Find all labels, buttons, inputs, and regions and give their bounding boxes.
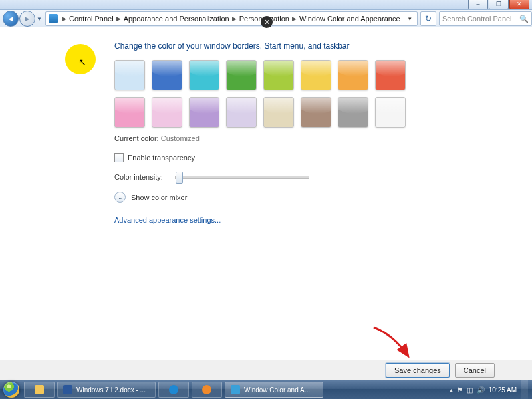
chevron-right-icon: ▶ <box>232 15 237 22</box>
taskbar-pin-wmp[interactable] <box>192 382 222 398</box>
ie-icon <box>169 385 178 394</box>
personalization-icon <box>231 385 240 394</box>
save-button[interactable]: Save changes <box>386 363 450 378</box>
mouse-cursor-icon: ↖ <box>78 57 86 67</box>
breadcrumb-item[interactable]: Appearance and Personalization <box>124 15 229 23</box>
intensity-slider[interactable] <box>175 176 309 179</box>
flag-icon[interactable]: ⚑ <box>457 386 463 394</box>
advanced-settings-link[interactable]: Advanced appearance settings... <box>114 216 532 224</box>
color-swatch[interactable] <box>338 97 368 128</box>
color-mixer-label: Show color mixer <box>131 194 187 201</box>
nav-history-dropdown[interactable]: ▼ <box>36 16 43 22</box>
taskbar-item-word[interactable]: Windows 7 L2.docx - ... <box>57 382 156 398</box>
taskbar-pin-ie[interactable] <box>158 382 189 398</box>
color-swatch[interactable] <box>263 60 294 90</box>
color-swatch[interactable] <box>301 60 331 90</box>
color-swatch[interactable] <box>226 97 257 128</box>
current-color-label: Current color: Customized <box>114 134 532 142</box>
content-area: Change the color of your window borders,… <box>0 27 532 360</box>
windows-orb-icon <box>3 382 19 398</box>
taskbar-item-label: Window Color and A... <box>244 386 310 394</box>
breadcrumb-item[interactable]: Control Panel <box>69 15 114 23</box>
tray-chevron-icon[interactable]: ▴ <box>450 386 453 394</box>
search-placeholder: Search Control Panel <box>442 15 512 23</box>
chevron-down-icon[interactable]: ⌄ <box>114 192 126 203</box>
network-icon[interactable]: ◫ <box>467 386 473 394</box>
color-swatch[interactable] <box>114 60 145 90</box>
taskbar: Windows 7 L2.docx - ... Window Color and… <box>0 380 532 399</box>
chevron-right-icon: ▶ <box>62 15 66 22</box>
refresh-button[interactable]: ↻ <box>420 11 436 26</box>
window-close-button[interactable]: ✕ <box>509 0 529 9</box>
color-swatch[interactable] <box>338 60 368 90</box>
nav-forward-button[interactable]: ► <box>19 11 35 27</box>
wmp-icon <box>202 385 211 394</box>
word-icon <box>63 385 72 394</box>
window-maximize-button[interactable]: ❐ <box>489 0 509 9</box>
control-panel-icon <box>49 14 58 23</box>
color-swatch-row <box>114 60 532 90</box>
volume-icon[interactable]: 🔊 <box>477 386 485 394</box>
breadcrumb-item[interactable]: Window Color and Appearance <box>299 15 400 23</box>
window-titlebar: – ❐ ✕ <box>0 0 532 10</box>
search-icon: 🔍 <box>519 15 529 23</box>
color-swatch[interactable] <box>301 97 331 128</box>
slider-thumb[interactable] <box>176 172 183 184</box>
color-swatch[interactable] <box>375 60 406 90</box>
color-swatch[interactable] <box>189 97 219 128</box>
taskbar-pin-explorer[interactable] <box>24 382 55 398</box>
current-color-value: Customized <box>161 134 200 142</box>
chevron-right-icon: ▶ <box>116 15 121 22</box>
window-minimize-button[interactable]: – <box>468 0 488 9</box>
color-swatch[interactable] <box>189 60 219 90</box>
taskbar-item-personalization[interactable]: Window Color and A... <box>225 382 323 398</box>
command-bar: Save changes Cancel <box>0 360 532 380</box>
transparency-label: Enable transparency <box>128 154 195 162</box>
folder-icon <box>35 385 44 394</box>
breadcrumb[interactable]: ▶ Control Panel ▶ Appearance and Persona… <box>45 11 418 26</box>
nav-back-button[interactable]: ◄ <box>3 11 19 27</box>
color-swatch[interactable] <box>226 60 257 90</box>
cancel-button[interactable]: Cancel <box>455 363 495 378</box>
intensity-label: Color intensity: <box>114 173 163 181</box>
taskbar-item-label: Windows 7 L2.docx - ... <box>76 386 146 394</box>
color-swatch[interactable] <box>152 97 182 128</box>
page-title: Change the color of your window borders,… <box>114 41 532 51</box>
color-swatch-row <box>114 97 532 128</box>
search-input[interactable]: Search Control Panel 🔍 <box>439 11 532 26</box>
color-swatch[interactable] <box>375 97 406 128</box>
color-swatch[interactable] <box>263 97 294 128</box>
clock[interactable]: 10:25 AM <box>489 386 517 394</box>
breadcrumb-dropdown[interactable]: ▾ <box>405 15 414 22</box>
start-button[interactable] <box>0 380 23 399</box>
intensity-row: Color intensity: <box>114 173 532 181</box>
overlay-close-icon[interactable]: ✕ <box>261 16 273 28</box>
color-mixer-row[interactable]: ⌄ Show color mixer <box>114 192 532 203</box>
show-desktop-button[interactable] <box>521 380 528 399</box>
chevron-right-icon: ▶ <box>292 15 297 22</box>
color-swatch[interactable] <box>152 60 182 90</box>
system-tray: ▴ ⚑ ◫ 🔊 10:25 AM <box>450 380 532 399</box>
transparency-checkbox[interactable] <box>114 153 124 162</box>
transparency-row: Enable transparency <box>114 153 532 162</box>
color-swatch[interactable] <box>114 97 145 128</box>
